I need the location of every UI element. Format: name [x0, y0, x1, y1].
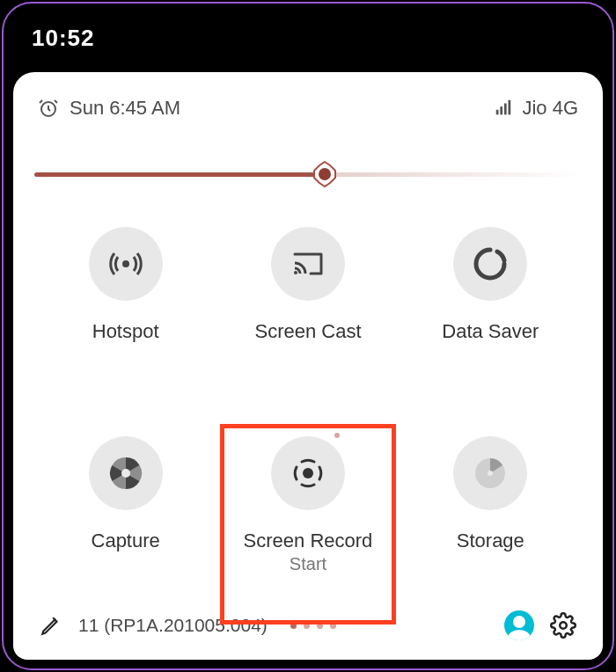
- user-avatar-icon[interactable]: [504, 610, 534, 640]
- tile-label: Screen Record: [244, 530, 373, 552]
- brightness-slider[interactable]: [34, 157, 582, 192]
- status-time: Sun 6:45 AM: [70, 97, 180, 120]
- qs-tile-grid: Hotspot Screen Cast: [34, 227, 582, 602]
- brightness-thumb[interactable]: [311, 160, 339, 188]
- alarm-icon: [38, 98, 59, 119]
- svg-rect-4: [509, 100, 511, 114]
- settings-icon[interactable]: [550, 612, 576, 639]
- quick-settings-panel: Sun 6:45 AM Jio 4G: [13, 72, 603, 660]
- tile-label: Hotspot: [92, 320, 159, 343]
- signal-icon: [494, 99, 513, 118]
- pager-dots[interactable]: [290, 623, 336, 629]
- svg-point-8: [294, 271, 297, 274]
- tile-hotspot[interactable]: Hotspot: [34, 227, 216, 392]
- notification-dot-icon: [334, 433, 340, 438]
- svg-point-12: [488, 471, 493, 476]
- edit-icon[interactable]: [40, 614, 62, 637]
- svg-point-7: [122, 260, 129, 267]
- svg-point-9: [121, 469, 130, 478]
- svg-point-13: [560, 622, 567, 629]
- capture-icon: [89, 436, 163, 510]
- status-bar: Sun 6:45 AM Jio 4G: [34, 97, 582, 120]
- build-number[interactable]: 11 (RP1A.201005.004): [78, 615, 268, 636]
- tile-label: Screen Cast: [254, 320, 361, 343]
- carrier-label: Jio 4G: [522, 97, 578, 120]
- device-clock: 10:52: [32, 25, 95, 52]
- tile-data-saver[interactable]: Data Saver: [400, 227, 582, 392]
- tile-storage[interactable]: Storage: [400, 436, 582, 602]
- storage-icon: [453, 436, 527, 510]
- svg-point-10: [303, 468, 313, 478]
- hotspot-icon: [89, 227, 163, 301]
- screen-record-icon: [271, 436, 345, 510]
- tile-label: Data Saver: [442, 320, 539, 343]
- data-saver-icon: [453, 227, 527, 301]
- svg-rect-3: [504, 104, 507, 115]
- cast-icon: [271, 227, 345, 301]
- tile-label: Capture: [92, 530, 160, 552]
- svg-point-6: [319, 168, 331, 180]
- tile-screen-record[interactable]: Screen Record Start: [216, 436, 399, 602]
- svg-rect-1: [496, 110, 499, 114]
- tile-screen-cast[interactable]: Screen Cast: [216, 227, 399, 392]
- tile-capture[interactable]: Capture: [34, 436, 216, 602]
- qs-footer: 11 (RP1A.201005.004): [34, 602, 582, 644]
- tile-label: Storage: [457, 530, 524, 552]
- tile-sublabel: Start: [290, 554, 326, 574]
- svg-rect-2: [501, 106, 503, 114]
